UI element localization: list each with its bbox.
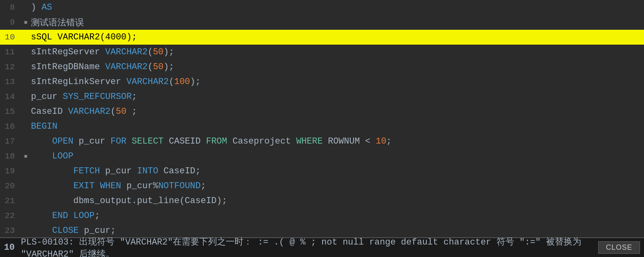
code-line: 11sIntRegServer VARCHAR2(50); — [0, 45, 644, 60]
token: VARCHAR2 — [127, 77, 169, 87]
token — [94, 181, 100, 191]
token: p_cur — [31, 92, 63, 102]
token: WHEN — [100, 181, 121, 191]
token: INTO — [137, 166, 158, 176]
token: CASEID — [164, 136, 206, 146]
token — [31, 136, 52, 146]
token: CaseID — [31, 107, 68, 117]
token — [31, 226, 52, 236]
line-number: 8 — [0, 3, 22, 12]
line-number: 21 — [0, 196, 22, 206]
line-number: 11 — [0, 47, 22, 57]
token — [31, 181, 74, 191]
token: VARCHAR2 — [57, 32, 100, 42]
token: FOR — [110, 136, 127, 146]
token — [127, 136, 132, 146]
line-number: 20 — [0, 181, 22, 191]
token: sIntRegServer — [31, 47, 105, 57]
token: ROWNUM < — [323, 136, 376, 146]
code-line: 15CaseID VARCHAR2(50 ; — [0, 104, 644, 119]
token: CLOSE — [52, 226, 79, 236]
line-content: p_cur SYS_REFCURSOR; — [29, 92, 644, 102]
token — [68, 211, 73, 221]
line-content: CLOSE p_cur; — [29, 226, 644, 236]
line-number: 9 — [0, 18, 22, 27]
line-content: sIntRegLinkServer VARCHAR2(100); — [29, 77, 644, 87]
token: ); — [127, 32, 137, 42]
code-line: 18■ LOOP — [0, 149, 644, 164]
token: VARCHAR2 — [105, 47, 148, 57]
line-number: 23 — [0, 226, 22, 235]
line-content: EXIT WHEN p_cur%NOTFOUND; — [29, 181, 644, 191]
line-gutter: ■ — [22, 153, 29, 160]
line-content: OPEN p_cur FOR SELECT CASEID FROM Casepr… — [29, 136, 644, 146]
line-content: sIntRegServer VARCHAR2(50); — [29, 47, 644, 57]
token: sIntRegDBName — [31, 62, 105, 72]
line-content: BEGIN — [29, 121, 644, 132]
editor-container: 8) AS9■测试语法错误10sSQL VARCHAR2(4000);11sIn… — [0, 0, 644, 237]
line-gutter: ■ — [22, 19, 29, 26]
line-number: 12 — [0, 62, 22, 72]
token: ; — [94, 211, 100, 221]
token: 50 — [153, 62, 164, 72]
line-content: sIntRegDBName VARCHAR2(50); — [29, 62, 644, 72]
token: ( — [100, 32, 105, 42]
token: 50 — [153, 47, 164, 57]
line-number: 16 — [0, 122, 22, 131]
token: END — [52, 211, 68, 221]
token: ( — [147, 62, 153, 72]
token: dbms_output.put_line(CaseID); — [31, 196, 227, 206]
code-line: 22 END LOOP; — [0, 208, 644, 223]
code-line: 19 FETCH p_cur INTO CaseID; — [0, 164, 644, 179]
token — [31, 166, 74, 176]
line-number: 19 — [0, 167, 22, 176]
token: SYS_REFCURSOR — [63, 92, 132, 102]
line-number: 18 — [0, 152, 22, 161]
token: CaseID; — [158, 166, 201, 176]
token: SELECT — [132, 136, 164, 146]
code-line: 14p_cur SYS_REFCURSOR; — [0, 89, 644, 104]
token: 100 — [174, 77, 190, 87]
code-line: 10sSQL VARCHAR2(4000); — [0, 30, 644, 45]
token: Caseproject — [227, 136, 296, 146]
line-content: ) AS — [29, 2, 644, 12]
line-content: FETCH p_cur INTO CaseID; — [29, 166, 644, 176]
token: ( — [110, 107, 116, 117]
line-content: dbms_output.put_line(CaseID); — [29, 196, 644, 206]
token: ) — [31, 2, 41, 12]
token: 10 — [376, 136, 386, 146]
token: ); — [190, 77, 200, 87]
line-number: 14 — [0, 92, 22, 101]
code-line: 21 dbms_output.put_line(CaseID); — [0, 193, 644, 208]
token: ; — [132, 92, 137, 102]
line-content: 测试语法错误 — [29, 16, 644, 29]
token: NOTFOUND — [158, 181, 201, 191]
line-content: sSQL VARCHAR2(4000); — [29, 32, 644, 42]
token: p_cur — [74, 136, 110, 146]
token: BEGIN — [31, 121, 57, 132]
line-number: 10 — [0, 33, 22, 42]
code-line: 8) AS — [0, 0, 644, 15]
line-content: END LOOP; — [29, 211, 644, 221]
line-content: CaseID VARCHAR2(50 ; — [29, 107, 644, 117]
token: ; — [127, 107, 137, 117]
token: ; — [201, 181, 206, 191]
token: 测试语法错误 — [31, 18, 84, 28]
code-area: 8) AS9■测试语法错误10sSQL VARCHAR2(4000);11sIn… — [0, 0, 644, 237]
token — [31, 151, 52, 161]
token: EXIT — [74, 181, 95, 191]
line-number: 22 — [0, 211, 22, 220]
token: AS — [41, 2, 52, 12]
token: 4000 — [105, 32, 127, 42]
token: OPEN — [52, 136, 74, 146]
code-line: 13sIntRegLinkServer VARCHAR2(100); — [0, 74, 644, 89]
close-button[interactable]: CLOSE — [598, 241, 640, 254]
code-line: 16BEGIN — [0, 119, 644, 134]
token: p_cur; — [79, 226, 116, 236]
token: sSQL — [31, 32, 57, 42]
line-number: 15 — [0, 107, 22, 116]
token — [31, 211, 52, 221]
code-line: 20 EXIT WHEN p_cur%NOTFOUND; — [0, 179, 644, 193]
token: FROM — [206, 136, 227, 146]
token: p_cur — [100, 166, 137, 176]
